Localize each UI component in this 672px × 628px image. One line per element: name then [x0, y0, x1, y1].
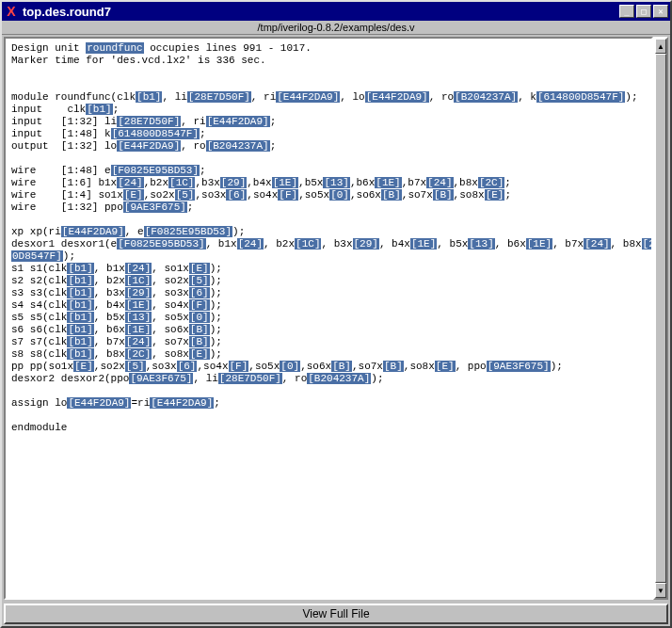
minimize-button[interactable]: _	[619, 5, 634, 18]
scroll-down-button[interactable]: ▼	[655, 583, 666, 598]
vertical-scrollbar[interactable]: ▲ ▼	[653, 37, 668, 600]
code-viewer[interactable]: Design unit roundfunc occupies lines 991…	[4, 37, 653, 600]
maximize-button[interactable]: □	[636, 5, 651, 18]
header-line1-prefix: Design unit	[11, 42, 86, 54]
path-bar: /tmp/iverilog-0.8.2/examples/des.v	[2, 21, 670, 35]
scroll-up-button[interactable]: ▲	[655, 39, 666, 54]
app-icon: X	[4, 4, 19, 19]
header-line2: Marker time for 'des.vcd.lx2' is 336 sec…	[11, 55, 266, 66]
window-title: top.des.round7	[23, 5, 617, 19]
titlebar: X top.des.round7 _ □ ✕	[2, 2, 670, 21]
header-line1-suffix: occupies lines 991 - 1017.	[144, 42, 312, 54]
scroll-track[interactable]	[655, 54, 666, 583]
design-unit-highlight: roundfunc	[86, 42, 143, 54]
bottom-bar: View Full File	[2, 602, 670, 626]
close-button[interactable]: ✕	[653, 5, 668, 18]
window: X top.des.round7 _ □ ✕ /tmp/iverilog-0.8…	[0, 0, 672, 628]
content: Design unit roundfunc occupies lines 991…	[2, 35, 670, 602]
window-controls: _ □ ✕	[617, 5, 668, 18]
view-full-file-button[interactable]: View Full File	[4, 604, 668, 624]
scroll-thumb[interactable]	[655, 54, 666, 583]
